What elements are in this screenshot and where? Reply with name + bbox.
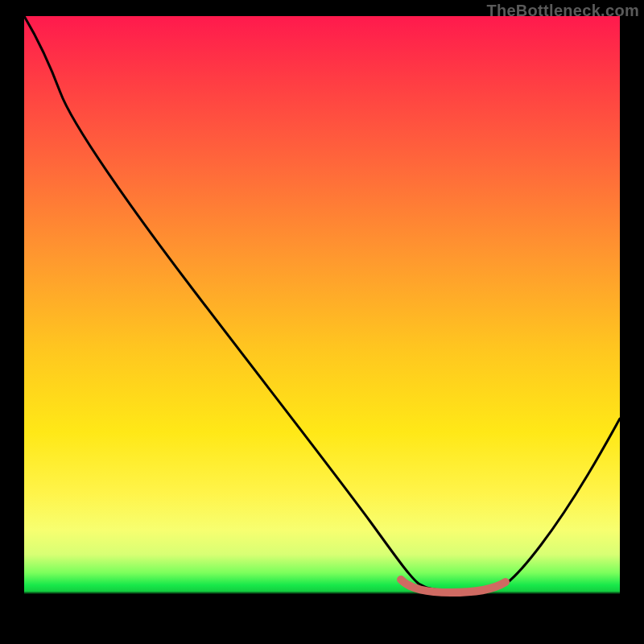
trough-dot (399, 578, 406, 584)
chart-frame: TheBottleneck.com (0, 0, 644, 644)
trough-dot (501, 580, 507, 586)
brand-watermark: TheBottleneck.com (486, 2, 639, 20)
bottleneck-curve (24, 16, 620, 592)
trough-dot (456, 589, 462, 596)
curve-svg (24, 16, 620, 628)
plot-area (24, 16, 620, 628)
